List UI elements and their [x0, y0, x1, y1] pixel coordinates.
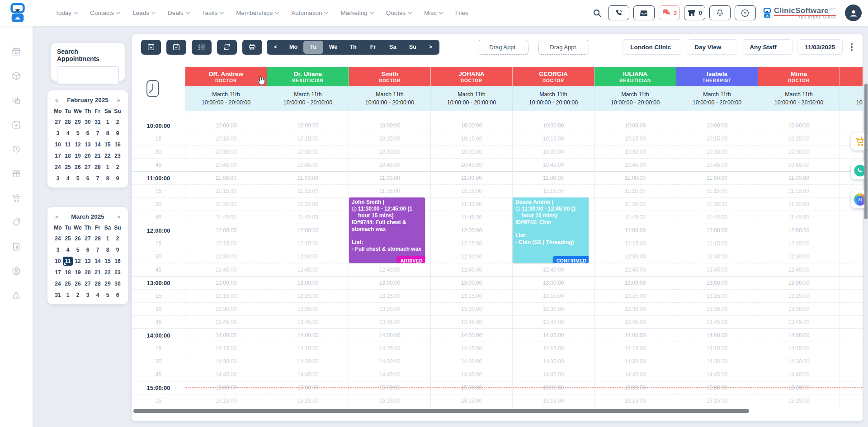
- nav-item-automation[interactable]: Automation: [291, 9, 328, 16]
- slot-cell[interactable]: 14:15:00: [676, 342, 758, 355]
- calendar-day[interactable]: 19: [73, 268, 83, 277]
- slot-cell[interactable]: 15:00:00: [349, 381, 430, 394]
- calendar-day[interactable]: 28: [63, 117, 73, 127]
- slot-cell[interactable]: 14:45:00: [431, 368, 512, 381]
- chat-button[interactable]: 3: [659, 5, 680, 20]
- slot-cell[interactable]: 10:15:00: [431, 132, 512, 145]
- slot-cell[interactable]: 15:15:00: [349, 394, 430, 407]
- price-tags-icon[interactable]: [11, 217, 21, 227]
- staff-header[interactable]: GEORGIADOCTOR: [513, 67, 594, 86]
- slot-cell[interactable]: 12:45:00: [840, 263, 863, 276]
- gift-icon[interactable]: [11, 169, 21, 178]
- filter-day-view[interactable]: Day View: [687, 39, 737, 55]
- slot-cell[interactable]: 10:00:00: [185, 119, 267, 132]
- calendar-day[interactable]: 17: [53, 268, 63, 277]
- slot-cell[interactable]: 10:15:00: [758, 132, 840, 145]
- account-circle-icon[interactable]: [11, 266, 21, 276]
- slot-cell[interactable]: 10:45:00: [185, 158, 267, 171]
- slot-cell[interactable]: 13:30:00: [676, 302, 758, 315]
- calendar-day[interactable]: 6: [83, 174, 93, 183]
- slot-cell[interactable]: 10:30:00: [758, 145, 840, 158]
- slot-cell[interactable]: 12:15:00: [840, 237, 863, 250]
- user-avatar[interactable]: [845, 5, 862, 21]
- slot-cell[interactable]: 11:30:00: [431, 197, 512, 211]
- slot-cell[interactable]: 14:15:00: [513, 342, 594, 355]
- search-appointments-input[interactable]: [57, 66, 119, 84]
- search-icon[interactable]: [592, 8, 602, 18]
- slot-cell[interactable]: 10:00:00: [758, 119, 840, 132]
- staff-shift-info[interactable]: March 11th10:00:00 - 20:00:00: [349, 86, 431, 111]
- slot-cell[interactable]: 11:45:00: [185, 211, 267, 224]
- slot-cell[interactable]: 12:00:00: [594, 224, 676, 237]
- slot-cell[interactable]: 13:45:00: [840, 315, 863, 328]
- calendar-day[interactable]: 3: [53, 245, 63, 254]
- slot-cell[interactable]: 15:15:00: [676, 394, 758, 407]
- calendar-day-selected[interactable]: 11: [63, 257, 73, 266]
- slot-cell[interactable]: 12:15:00: [431, 237, 512, 250]
- slot-cell[interactable]: 10:45:00: [431, 158, 512, 171]
- calendar-day[interactable]: 15: [103, 140, 113, 149]
- staff-shift-info[interactable]: March 11th10:00:00 - 20:00:00: [758, 86, 840, 111]
- day-tab-sa[interactable]: Sa: [383, 41, 403, 54]
- slot-cell[interactable]: 13:00:00: [513, 276, 594, 289]
- staff-shift-info[interactable]: March 11th10:00:00 - 20:00:00: [840, 86, 863, 111]
- slot-cell[interactable]: 15:00:00: [185, 381, 267, 394]
- slot-cell[interactable]: 12:00:00: [267, 224, 349, 237]
- slot-cell[interactable]: 14:45:00: [185, 368, 267, 381]
- slot-cell[interactable]: 11:00:00: [758, 171, 840, 184]
- history-icon[interactable]: [11, 144, 21, 154]
- calendar-day[interactable]: 5: [73, 129, 83, 138]
- slot-cell[interactable]: 11:00:00: [676, 171, 758, 184]
- slot-cell[interactable]: 11:45:00: [267, 211, 349, 224]
- slot-cell[interactable]: 14:30:00: [676, 355, 758, 368]
- filter-london-clinic[interactable]: London Clinic: [623, 39, 682, 55]
- slot-cell[interactable]: 13:45:00: [676, 315, 758, 328]
- calendar-date-icon[interactable]: 12: [11, 47, 21, 56]
- slot-cell[interactable]: 10:30:00: [676, 145, 758, 158]
- appointment-card[interactable]: Deane Andrei |11:30:00 - 12:45:00 (1 hou…: [513, 197, 589, 263]
- slot-cell[interactable]: 11:15:00: [431, 184, 512, 197]
- slot-cell[interactable]: 14:00:00: [431, 328, 512, 342]
- slot-cell[interactable]: 11:45:00: [676, 211, 758, 224]
- calendar-day[interactable]: 3: [83, 291, 93, 300]
- slot-cell[interactable]: 14:30:00: [185, 355, 267, 368]
- slot-cell[interactable]: 11:15:00: [594, 184, 676, 197]
- slot-cell[interactable]: 15:00:00: [676, 381, 758, 394]
- slot-cell[interactable]: 13:00:00: [431, 276, 512, 289]
- staff-header[interactable]: SmithDOCTOR: [349, 67, 431, 86]
- slot-cell[interactable]: 12:45:00: [267, 263, 349, 276]
- copy-icon[interactable]: [11, 95, 21, 105]
- calendar-day[interactable]: 26: [73, 163, 83, 172]
- slot-cell[interactable]: 10:00:00: [676, 119, 758, 132]
- staff-header[interactable]: NDOCTOR: [840, 67, 863, 86]
- slot-cell[interactable]: 13:45:00: [185, 315, 267, 328]
- calendar-day[interactable]: 17: [53, 151, 63, 160]
- slot-cell[interactable]: 14:45:00: [758, 368, 840, 381]
- calendar-day[interactable]: 14: [93, 140, 103, 149]
- slot-cell[interactable]: 10:15:00: [185, 132, 267, 145]
- slot-cell[interactable]: 12:00:00: [840, 224, 863, 237]
- slot-cell[interactable]: 13:15:00: [676, 289, 758, 302]
- date-picker[interactable]: 11/03/2025: [797, 39, 843, 55]
- staff-shift-info[interactable]: March 11th10:00:00 - 20:00:00: [431, 86, 513, 111]
- calendar-day[interactable]: 8: [103, 129, 113, 138]
- calendar-day[interactable]: 16: [113, 140, 123, 149]
- day-tab-we[interactable]: We: [323, 41, 343, 54]
- slot-cell[interactable]: 14:45:00: [513, 368, 594, 381]
- calendar-day[interactable]: 21: [93, 151, 103, 160]
- calendar-day[interactable]: 21: [93, 268, 103, 277]
- calendar-day[interactable]: 14: [93, 257, 103, 266]
- calendar-day[interactable]: 20: [83, 151, 93, 160]
- calendar-day[interactable]: 9: [113, 245, 123, 254]
- slot-cell[interactable]: 14:15:00: [185, 342, 267, 355]
- calendar-day[interactable]: 18: [63, 268, 73, 277]
- slot-cell[interactable]: 14:30:00: [594, 355, 676, 368]
- staff-shift-info[interactable]: March 11th10:00:00 - 20:00:00: [676, 86, 758, 111]
- slot-cell[interactable]: 14:00:00: [840, 328, 863, 342]
- slot-cell[interactable]: 11:00:00: [513, 171, 594, 184]
- slot-cell[interactable]: 10:30:00: [185, 145, 267, 158]
- slot-cell[interactable]: 13:45:00: [267, 315, 349, 328]
- calendar-day[interactable]: 2: [73, 291, 83, 300]
- lock-icon[interactable]: [11, 291, 21, 300]
- nav-item-memberships[interactable]: Memberships: [236, 9, 279, 16]
